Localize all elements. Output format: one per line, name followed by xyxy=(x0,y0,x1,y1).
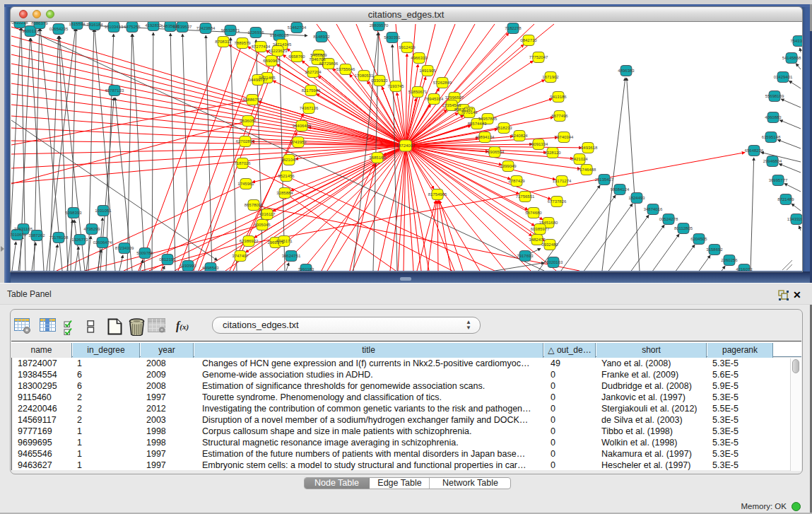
svg-text:55698169: 55698169 xyxy=(765,94,784,98)
svg-text:53755646: 53755646 xyxy=(336,67,355,71)
svg-text:7816184: 7816184 xyxy=(86,23,103,27)
svg-text:85574443: 85574443 xyxy=(468,122,487,126)
svg-text:74367136: 74367136 xyxy=(300,106,319,110)
svg-text:6658760: 6658760 xyxy=(288,54,305,59)
svg-text:29946804: 29946804 xyxy=(763,159,782,163)
svg-text:62729806: 62729806 xyxy=(319,62,339,66)
svg-text:93103413: 93103413 xyxy=(105,25,124,29)
svg-text:6204505: 6204505 xyxy=(690,237,707,241)
svg-text:98084124: 98084124 xyxy=(611,187,630,192)
svg-text:82175946: 82175946 xyxy=(302,88,321,93)
svg-text:5009788: 5009788 xyxy=(136,251,153,255)
svg-text:1399049: 1399049 xyxy=(500,164,517,168)
svg-text:71746488: 71746488 xyxy=(577,168,596,172)
svg-text:80112805: 80112805 xyxy=(674,226,693,230)
svg-text:5098393: 5098393 xyxy=(65,211,82,215)
svg-text:3747407: 3747407 xyxy=(232,254,249,258)
svg-text:1745961: 1745961 xyxy=(237,182,254,186)
svg-text:1615594: 1615594 xyxy=(69,22,86,26)
svg-text:2328120: 2328120 xyxy=(544,151,561,155)
svg-text:1031051: 1031051 xyxy=(95,209,112,213)
svg-text:87234309: 87234309 xyxy=(115,246,134,250)
svg-text:94406409: 94406409 xyxy=(293,124,312,128)
svg-text:71906594: 71906594 xyxy=(486,150,505,154)
svg-text:4060883: 4060883 xyxy=(765,115,782,119)
svg-text:34714345: 34714345 xyxy=(273,42,292,47)
svg-text:34957885: 34957885 xyxy=(478,117,498,121)
svg-text:9413186: 9413186 xyxy=(550,95,567,99)
svg-text:6690967: 6690967 xyxy=(263,59,280,63)
svg-text:62386922: 62386922 xyxy=(240,239,259,243)
svg-text:8721489: 8721489 xyxy=(777,197,794,201)
svg-text:3518233: 3518233 xyxy=(495,126,512,130)
svg-text:36995777: 36995777 xyxy=(769,178,788,182)
svg-text:0932480: 0932480 xyxy=(541,243,558,247)
svg-text:02654235: 02654235 xyxy=(49,27,69,31)
svg-text:34624751: 34624751 xyxy=(282,254,301,258)
svg-text:73178108: 73178108 xyxy=(49,235,69,240)
svg-text:5674680: 5674680 xyxy=(525,211,542,215)
svg-text:2421024: 2421024 xyxy=(571,157,588,161)
svg-text:0842710: 0842710 xyxy=(520,38,537,42)
svg-text:71756551: 71756551 xyxy=(516,194,535,199)
svg-text:1326773: 1326773 xyxy=(71,238,88,242)
svg-text:51850671: 51850671 xyxy=(408,90,428,94)
svg-text:55886753: 55886753 xyxy=(243,98,262,102)
svg-text:8148932: 8148932 xyxy=(313,35,330,39)
svg-text:7182278: 7182278 xyxy=(505,26,522,30)
svg-text:4005045: 4005045 xyxy=(254,223,271,227)
svg-text:54145868: 54145868 xyxy=(782,56,801,60)
svg-text:7889579: 7889579 xyxy=(234,41,251,45)
svg-text:5430391: 5430391 xyxy=(384,35,401,40)
svg-text:13493618: 13493618 xyxy=(579,146,598,150)
svg-text:25135427: 25135427 xyxy=(595,177,614,182)
svg-text:60385977: 60385977 xyxy=(531,227,550,231)
svg-text:2260256: 2260256 xyxy=(721,258,738,262)
svg-text:7917693: 7917693 xyxy=(517,254,534,258)
svg-text:79740344: 79740344 xyxy=(555,135,574,139)
svg-text:1671902: 1671902 xyxy=(542,75,559,79)
svg-text:3685160: 3685160 xyxy=(369,156,386,160)
svg-text:00524278: 00524278 xyxy=(659,217,678,221)
svg-text:9743953: 9743953 xyxy=(290,140,307,144)
svg-text:51462704: 51462704 xyxy=(288,25,307,30)
svg-text:9600133: 9600133 xyxy=(22,29,39,33)
svg-text:49894134: 49894134 xyxy=(476,135,495,139)
svg-text:15451680: 15451680 xyxy=(539,221,558,225)
svg-text:7543303: 7543303 xyxy=(790,39,802,43)
svg-text:86578091: 86578091 xyxy=(245,203,264,207)
svg-text:3482477: 3482477 xyxy=(529,238,546,242)
svg-text:8386379: 8386379 xyxy=(31,22,48,25)
svg-text:18724007: 18724007 xyxy=(396,144,416,148)
svg-text:13433200: 13433200 xyxy=(787,217,802,221)
svg-text:37631165: 37631165 xyxy=(14,227,33,231)
svg-text:7991183: 7991183 xyxy=(298,267,315,271)
svg-text:77752047: 77752047 xyxy=(529,55,548,59)
svg-text:9912419: 9912419 xyxy=(399,45,416,49)
svg-text:67737826: 67737826 xyxy=(548,199,567,204)
svg-text:76945314: 76945314 xyxy=(425,97,444,101)
svg-text:34874016: 34874016 xyxy=(644,207,663,211)
svg-text:57262849: 57262849 xyxy=(433,81,452,85)
svg-text:64139537: 64139537 xyxy=(173,25,192,29)
svg-text:76320163: 76320163 xyxy=(544,260,563,264)
svg-text:3387262: 3387262 xyxy=(28,233,45,238)
svg-text:3285884: 3285884 xyxy=(276,191,293,195)
svg-text:28809570: 28809570 xyxy=(370,23,389,28)
svg-text:72423884: 72423884 xyxy=(196,26,216,30)
svg-text:37996507: 37996507 xyxy=(445,95,464,100)
svg-text:65648236: 65648236 xyxy=(745,148,764,153)
svg-text:01429401: 01429401 xyxy=(774,75,793,79)
svg-text:4896383: 4896383 xyxy=(618,69,635,73)
svg-text:81223623: 81223623 xyxy=(269,49,288,53)
svg-text:6475255: 6475255 xyxy=(124,25,141,29)
svg-text:99091334: 99091334 xyxy=(529,142,548,146)
svg-text:97848018: 97848018 xyxy=(270,33,289,37)
svg-text:0433218: 0433218 xyxy=(11,22,28,25)
svg-text:6998543: 6998543 xyxy=(202,266,219,270)
svg-text:02606474: 02606474 xyxy=(93,240,112,245)
svg-text:7187026: 7187026 xyxy=(234,161,251,165)
svg-text:9636057: 9636057 xyxy=(240,119,257,123)
svg-text:4738299: 4738299 xyxy=(83,227,100,231)
svg-text:8677496: 8677496 xyxy=(551,114,568,118)
